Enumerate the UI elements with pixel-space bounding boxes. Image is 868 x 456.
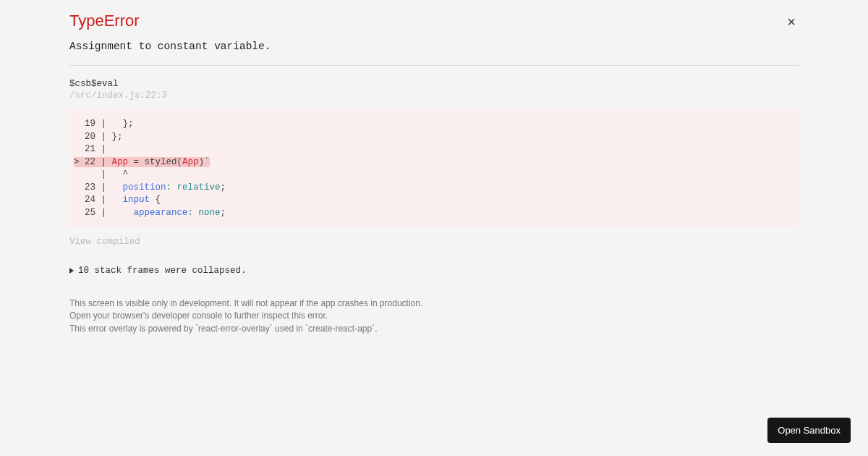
stack-location: /src/index.js:22:3 xyxy=(69,90,799,101)
stack-function: $csb$eval xyxy=(69,79,799,89)
footer-text: This screen is visible only in developme… xyxy=(69,297,799,335)
collapsed-frames-toggle[interactable]: 10 stack frames were collapsed. xyxy=(69,266,799,276)
footer-line: Open your browser's developer console to… xyxy=(69,310,799,322)
code-line: 20 | }; xyxy=(74,131,794,144)
code-line: 19 | }; xyxy=(74,118,794,131)
code-caret: | ^ xyxy=(74,169,794,182)
footer-line: This screen is visible only in developme… xyxy=(69,297,799,310)
close-icon[interactable]: × xyxy=(784,12,799,32)
code-line: 23 | position: relative; xyxy=(74,182,794,195)
code-line: 21 | xyxy=(74,143,794,156)
collapsed-frames-label: 10 stack frames were collapsed. xyxy=(78,266,247,276)
view-compiled-link[interactable]: View compiled xyxy=(69,237,140,247)
expand-triangle-icon xyxy=(69,268,74,274)
highlight: > 22 | App = styled(App)` xyxy=(74,157,210,167)
error-message: Assignment to constant variable. xyxy=(69,41,799,52)
code-frame: 19 | }; 20 | }; 21 | > 22 | App = styled… xyxy=(69,109,799,228)
code-line: 25 | appearance: none; xyxy=(74,207,794,220)
code-line-error: > 22 | App = styled(App)` xyxy=(74,156,794,169)
error-overlay: TypeError × Assignment to constant varia… xyxy=(0,0,868,335)
header-row: TypeError × xyxy=(69,12,799,41)
open-sandbox-button[interactable]: Open Sandbox xyxy=(767,418,851,443)
divider xyxy=(69,65,799,66)
code-line: 24 | input { xyxy=(74,194,794,207)
footer-line: This error overlay is powered by `react-… xyxy=(69,323,799,335)
error-title: TypeError xyxy=(69,12,140,30)
